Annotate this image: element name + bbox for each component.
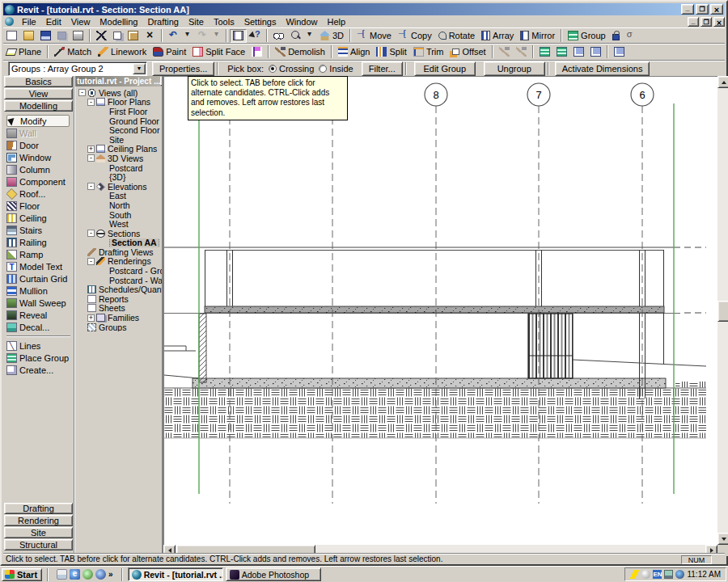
unlock-button[interactable] <box>623 29 640 43</box>
menu-site[interactable]: Site <box>184 16 209 27</box>
align-button[interactable]: Align <box>335 45 373 59</box>
sidebar-item-component[interactable]: Component <box>6 175 74 188</box>
tree-node-schedules[interactable]: Schedules/Quantitie <box>77 285 162 294</box>
menu-window[interactable]: Window <box>281 16 322 27</box>
copy-to-clipboard-button[interactable] <box>110 29 125 43</box>
tree-node-ceiling-plans[interactable]: +Ceiling Plans <box>77 145 162 154</box>
menu-file[interactable]: File <box>17 16 41 27</box>
sidebar-item-reveal[interactable]: Reveal <box>6 309 74 321</box>
sidebar-item-ramp[interactable]: Ramp <box>6 248 74 260</box>
close-icon[interactable]: × <box>160 77 162 86</box>
group-button[interactable]: Group <box>565 29 609 43</box>
tree-node-renderings[interactable]: -Renderings <box>77 257 162 267</box>
expander[interactable]: + <box>87 314 95 322</box>
activate-dimensions-button[interactable]: Activate Dimensions <box>555 61 650 76</box>
tree-node-west[interactable]: West <box>77 219 162 229</box>
tab-basics[interactable]: Basics <box>4 76 73 87</box>
save-button[interactable] <box>37 29 54 43</box>
columns[interactable] <box>205 250 664 399</box>
display-icon[interactable] <box>664 570 673 579</box>
quick-launch-overflow[interactable]: » <box>108 570 113 579</box>
tree-node-3d[interactable]: {3D} <box>77 172 162 182</box>
tree-node-postcard[interactable]: Postcard <box>77 163 162 173</box>
tree-node-south[interactable]: South <box>77 210 162 220</box>
paint-button[interactable]: Paint <box>150 45 189 59</box>
ground-slab[interactable] <box>193 378 666 388</box>
demolish-button[interactable]: Demolish <box>272 45 328 59</box>
tab-view[interactable]: View <box>4 88 73 99</box>
outlook-icon[interactable] <box>83 569 93 580</box>
copy-button[interactable]: Copy <box>395 29 435 43</box>
sidebar-item-modify[interactable]: Modify <box>6 115 70 127</box>
expander[interactable]: - <box>78 89 86 96</box>
tree-node-section-aa[interactable]: Section AA <box>77 238 162 248</box>
window-assembly[interactable] <box>528 314 573 378</box>
sidebar-item-roof[interactable]: Roof... <box>6 188 74 200</box>
array-button[interactable]: Array <box>478 29 517 43</box>
attach-group-button[interactable] <box>570 45 587 59</box>
doc-close-button[interactable] <box>713 17 725 27</box>
expander[interactable]: - <box>87 258 95 265</box>
expander[interactable]: + <box>87 146 95 153</box>
tree-node-sections[interactable]: -Sections <box>77 229 162 238</box>
tree-node-elevations[interactable]: -Elevations <box>77 182 162 192</box>
flag-button[interactable] <box>248 45 265 59</box>
vertical-scroll-thumb[interactable] <box>717 301 728 322</box>
zoom-dropdown[interactable] <box>304 29 316 43</box>
linework-button[interactable]: Linework <box>95 45 150 59</box>
open-button[interactable] <box>20 29 37 43</box>
network-globe-icon[interactable] <box>675 570 684 579</box>
properties-button[interactable]: Properties... <box>152 61 214 76</box>
floor-slab[interactable] <box>205 306 664 313</box>
type-selector-dropdown[interactable] <box>133 63 146 74</box>
taskbar-item-photoshop[interactable]: Adobe Photoshop <box>226 567 321 581</box>
split-face-button[interactable]: Split Face <box>189 45 248 59</box>
detach-group-button[interactable] <box>587 45 604 59</box>
sidebar-item-wall-sweep[interactable]: Wall Sweep <box>6 297 74 309</box>
rotate-button[interactable]: Rotate <box>435 29 478 43</box>
power-lightning-icon[interactable] <box>630 570 639 579</box>
sidebar-item-door[interactable]: Door <box>6 139 74 151</box>
media-player-icon[interactable] <box>95 569 106 580</box>
level-lines[interactable] <box>164 247 706 314</box>
offset-button[interactable]: Offset <box>447 45 489 59</box>
close-button[interactable] <box>710 4 723 15</box>
sidebar-item-railing[interactable]: Railing <box>6 236 74 248</box>
menu-edit[interactable]: Edit <box>41 16 66 27</box>
clock[interactable]: 11:12 AM <box>687 570 721 579</box>
undo-button[interactable] <box>165 29 182 43</box>
minimize-button[interactable] <box>681 4 694 15</box>
menu-view[interactable]: View <box>66 16 95 27</box>
show-desktop-icon[interactable] <box>57 569 67 580</box>
edit-group-button[interactable]: Edit Group <box>414 61 476 76</box>
expander[interactable]: - <box>87 230 95 237</box>
drawing-area[interactable]: 10 9 8 7 6 <box>163 76 717 545</box>
redo-button[interactable] <box>194 29 211 43</box>
doc-minimize-button[interactable] <box>688 17 699 27</box>
tree-node-sheets[interactable]: Sheets <box>77 304 162 314</box>
detach-button[interactable] <box>513 45 530 59</box>
redo-dropdown[interactable] <box>211 29 223 43</box>
earth-hatch[interactable] <box>164 382 706 438</box>
add-to-group-button[interactable] <box>536 45 553 59</box>
sidebar-item-create[interactable]: Create... <box>6 364 74 376</box>
scroll-up-button[interactable] <box>717 76 728 88</box>
tree-node-postcard-wall[interactable]: Postcard - Wall <box>77 276 162 285</box>
filter-button[interactable]: Filter... <box>362 61 403 76</box>
crossing-label[interactable]: Crossing <box>279 64 314 74</box>
sidebar-item-stairs[interactable]: Stairs <box>6 224 74 236</box>
type-selector[interactable]: Groups : Array Group 2 <box>8 61 147 76</box>
sidebar-item-curtain-grid[interactable]: Curtain Grid <box>6 272 74 285</box>
document-icon[interactable] <box>5 17 14 26</box>
remove-from-group-button[interactable] <box>553 45 570 59</box>
crossing-radio[interactable] <box>269 65 277 73</box>
volume-icon[interactable] <box>641 570 650 579</box>
sidebar-item-column[interactable]: Column <box>6 163 74 175</box>
project-browser-caption[interactable]: tutorial.rvt - Project ... × <box>75 76 162 86</box>
sidebar-item-place-group[interactable]: Place Group <box>6 352 74 364</box>
save-all-button[interactable] <box>54 29 70 43</box>
foundation-wall[interactable] <box>164 314 206 382</box>
sidebar-item-mullion[interactable]: Mullion <box>6 285 74 297</box>
tab-rendering[interactable]: Rendering <box>4 515 73 526</box>
language-indicator[interactable]: EN <box>653 570 662 579</box>
